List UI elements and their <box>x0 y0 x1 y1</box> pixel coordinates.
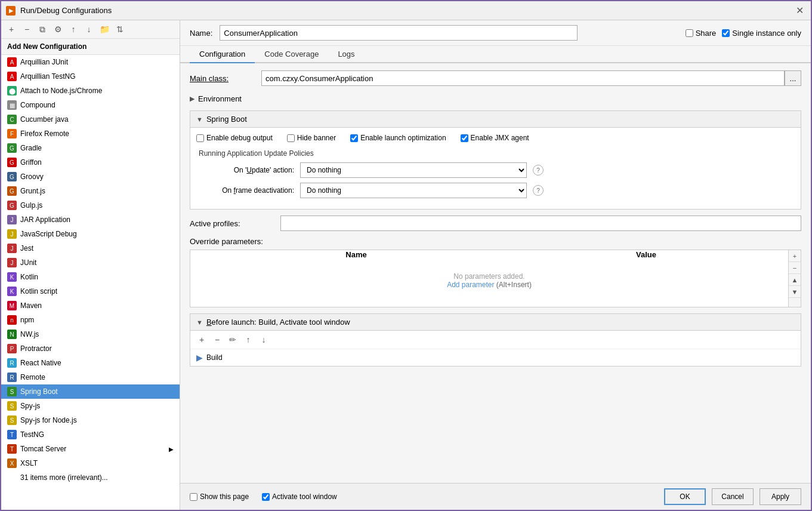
tab-configuration[interactable]: Configuration <box>190 46 255 63</box>
ok-button[interactable]: OK <box>664 488 706 505</box>
on-frame-help-icon[interactable]: ? <box>533 185 544 196</box>
params-add-button[interactable]: + <box>789 250 801 262</box>
spring-boot-collapse-arrow: ▼ <box>196 116 203 123</box>
main-class-label: Main class: <box>190 74 261 83</box>
sidebar-item-groovy[interactable]: GGroovy <box>1 170 180 184</box>
sidebar-item-arquillian-testng[interactable]: AArquillian TestNG <box>1 69 180 84</box>
apply-button[interactable]: Apply <box>759 488 801 505</box>
on-update-help-icon[interactable]: ? <box>533 165 544 176</box>
sidebar-item-nwjs[interactable]: NNW.js <box>1 327 180 341</box>
enable-jmx-checkbox[interactable] <box>461 134 468 142</box>
sidebar-item-compound[interactable]: ▦Compound <box>1 98 180 112</box>
move-up-button[interactable]: ↑ <box>67 23 80 36</box>
before-launch-remove-button[interactable]: − <box>211 333 224 346</box>
before-launch-label: Before launch: Build, Activate tool wind… <box>206 318 350 327</box>
sidebar-item-label-testng: TestNG <box>20 430 44 439</box>
main-class-input[interactable] <box>261 70 785 86</box>
sidebar-item-react-native[interactable]: RReact Native <box>1 356 180 370</box>
sidebar-item-gulp[interactable]: GGulp.js <box>1 198 180 213</box>
sidebar-item-testng[interactable]: TTestNG <box>1 427 180 442</box>
params-value-header: Value <box>504 250 788 259</box>
settings-button[interactable]: ⚙ <box>51 23 64 36</box>
on-frame-select[interactable]: Do nothing Update classes and resources … <box>300 183 527 198</box>
params-remove-button[interactable]: − <box>789 262 801 274</box>
sidebar-item-xslt[interactable]: XXSLT <box>1 456 180 470</box>
sidebar-item-kotlin[interactable]: KKotlin <box>1 270 180 284</box>
sidebar-item-griffon[interactable]: GGriffon <box>1 155 180 170</box>
right-header: Name: Share Single instance only <box>180 20 811 46</box>
share-checkbox[interactable] <box>686 29 693 37</box>
before-launch-edit-button[interactable]: ✏ <box>226 333 239 346</box>
before-launch-down-button[interactable]: ↓ <box>257 333 270 346</box>
active-profiles-input[interactable] <box>280 216 801 231</box>
sort-button[interactable]: ⇅ <box>113 23 126 36</box>
more-icon <box>7 473 17 482</box>
build-item: ▶ Build <box>190 349 801 366</box>
add-param-link[interactable]: Add parameter (Alt+Insert) <box>202 281 776 294</box>
sidebar-item-label-attach-node: Attach to Node.js/Chrome <box>20 87 102 95</box>
sidebar-item-arquillian-junit[interactable]: AArquillian JUnit <box>1 55 180 69</box>
show-page-label: Show this page <box>190 492 249 501</box>
hide-banner-checkbox[interactable] <box>287 134 295 142</box>
environment-section[interactable]: ▶ Environment <box>190 92 801 106</box>
sidebar-item-cucumber-java[interactable]: CCucumber java <box>1 112 180 127</box>
on-frame-row: On frame deactivation: Do nothing Update… <box>199 183 795 198</box>
folder-button[interactable]: 📁 <box>98 23 111 36</box>
sidebar-item-firefox-remote[interactable]: FFirefox Remote <box>1 127 180 141</box>
tab-logs[interactable]: Logs <box>328 46 364 63</box>
build-icon: ▶ <box>196 353 203 362</box>
right-panel: Name: Share Single instance only Configu… <box>180 20 811 510</box>
sidebar-item-grunt[interactable]: GGrunt.js <box>1 184 180 198</box>
right-body: Main class: ... ▶ Environment ▼ Spring B… <box>180 63 811 483</box>
activate-window-label: Activate tool window <box>262 492 337 501</box>
remove-config-button[interactable]: − <box>20 23 33 36</box>
sidebar-item-kotlin-script[interactable]: KKotlin script <box>1 284 180 298</box>
on-update-select[interactable]: Do nothing Update classes and resources … <box>300 162 527 178</box>
left-panel: + − ⧉ ⚙ ↑ ↓ 📁 ⇅ Add New Configuration AA… <box>1 20 180 510</box>
sidebar-item-spy-js-node[interactable]: SSpy-js for Node.js <box>1 413 180 427</box>
browse-main-class-button[interactable]: ... <box>785 70 801 86</box>
sidebar-item-jar-application[interactable]: JJAR Application <box>1 213 180 227</box>
tab-code-coverage[interactable]: Code Coverage <box>255 46 328 63</box>
cancel-button[interactable]: Cancel <box>712 488 754 505</box>
sidebar-item-remote[interactable]: RRemote <box>1 370 180 384</box>
sidebar-item-spring-boot[interactable]: SSpring Boot <box>1 384 180 399</box>
sidebar-item-jest[interactable]: JJest <box>1 241 180 256</box>
environment-arrow: ▶ <box>190 95 194 103</box>
before-launch-add-button[interactable]: + <box>195 333 208 346</box>
sidebar-item-js-debug[interactable]: JJavaScript Debug <box>1 227 180 241</box>
single-instance-checkbox[interactable] <box>722 29 730 37</box>
sidebar-item-spy-js[interactable]: SSpy-js <box>1 399 180 413</box>
sidebar-item-label-protractor: Protractor <box>20 344 52 353</box>
enable-launch-checkbox[interactable] <box>350 134 358 142</box>
enable-debug-checkbox[interactable] <box>196 134 204 142</box>
add-config-button[interactable]: + <box>5 23 18 36</box>
name-input[interactable] <box>220 25 578 41</box>
nwjs-icon: N <box>7 330 17 339</box>
show-page-checkbox[interactable] <box>190 493 197 501</box>
params-scroll-down-button[interactable]: ▼ <box>789 286 801 298</box>
sidebar-item-more[interactable]: 31 items more (irrelevant)... <box>1 470 180 485</box>
sidebar-item-tomcat[interactable]: TTomcat Server▶ <box>1 442 180 456</box>
move-down-button[interactable]: ↓ <box>82 23 95 36</box>
before-launch-up-button[interactable]: ↑ <box>242 333 255 346</box>
sidebar-item-protractor[interactable]: PProtractor <box>1 341 180 356</box>
spring-boot-header[interactable]: ▼ Spring Boot <box>190 111 801 128</box>
testng-icon: T <box>7 430 17 439</box>
show-page-text: Show this page <box>200 492 249 501</box>
sidebar-item-label-xslt: XSLT <box>20 459 38 467</box>
copy-config-button[interactable]: ⧉ <box>36 23 49 36</box>
bottom-bar: Show this page Activate tool window OK C… <box>180 483 811 510</box>
params-scroll-up-button[interactable]: ▲ <box>789 274 801 286</box>
sidebar-item-junit[interactable]: JJUnit <box>1 256 180 270</box>
add-new-config[interactable]: Add New Configuration <box>1 39 180 55</box>
sidebar-item-npm[interactable]: nnpm <box>1 313 180 327</box>
before-launch-header[interactable]: ▼ Before launch: Build, Activate tool wi… <box>190 314 801 331</box>
sidebar-item-maven[interactable]: MMaven <box>1 298 180 313</box>
activate-window-checkbox[interactable] <box>262 493 270 501</box>
params-table: Name Value No parameters added. <box>190 250 788 307</box>
close-button[interactable]: ✕ <box>794 5 806 16</box>
sidebar-item-gradle[interactable]: GGradle <box>1 141 180 155</box>
sidebar-item-attach-node[interactable]: ⬤Attach to Node.js/Chrome <box>1 84 180 98</box>
spring-boot-label: Spring Boot <box>206 115 247 124</box>
